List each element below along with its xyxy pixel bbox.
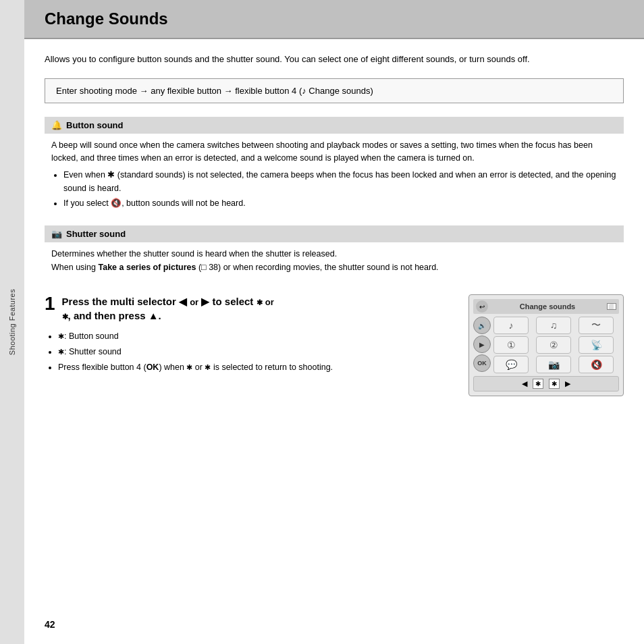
cam-arrow-left: ◀ — [522, 379, 527, 388]
button-sound-section: 🔔 Button sound A beep will sound once wh… — [45, 117, 624, 222]
shutter-sound-header: 📷 Shutter sound — [45, 225, 624, 242]
content-area: Allows you to configure button sounds an… — [24, 39, 644, 612]
cam-play-btn: ▶ — [473, 336, 491, 353]
cam-icon-7: 💬 — [493, 356, 529, 373]
sidebar-label: Shooting Features — [8, 289, 16, 355]
cam-icon-4: ① — [493, 336, 529, 354]
step-bullet-1: ✱: Button sound — [58, 329, 455, 343]
step-bullet-3: Press flexible button 4 (OK) when ✱ or ✱… — [58, 360, 455, 374]
sidebar: Shooting Features — [0, 0, 24, 644]
step-1-section: 1 Press the multi selector ◀ or ▶ to sel… — [45, 294, 624, 396]
intro-text: Allows you to configure button sounds an… — [45, 53, 624, 66]
shutter-sound-body: Determines whether the shutter sound is … — [51, 248, 617, 274]
cam-icon-5: ② — [536, 336, 571, 354]
cam-arrow-right: ▶ — [565, 379, 570, 388]
cam-bottom-bar: ◀ ✱ ✱ ▶ — [473, 376, 619, 392]
shutter-sound-content: Determines whether the shutter sound is … — [45, 248, 624, 284]
button-sound-body: A beep will sound once when the camera s… — [51, 139, 617, 165]
nav-box: Enter shooting mode → any flexible butto… — [45, 78, 624, 103]
cam-ok-btn: OK — [473, 354, 491, 372]
step-left: 1 Press the multi selector ◀ or ▶ to sel… — [45, 294, 455, 396]
button-sound-header: 🔔 Button sound — [45, 117, 624, 134]
camera-diagram: ↩ Change sounds ⬜ 🔊 ▶ OK — [468, 294, 624, 396]
cam-icon-2: ♫ — [536, 317, 571, 334]
page-container: Shooting Features Change Sounds Allows y… — [0, 0, 644, 644]
button-sound-title: Button sound — [66, 120, 123, 130]
step-bullet-2: ✱: Shutter sound — [58, 345, 455, 358]
cam-icon-area: ♪ ♫ 〜 ① ② 📡 💬 📷 🔇 — [493, 317, 619, 373]
button-sound-icon: 🔔 — [51, 120, 62, 130]
button-sound-bullet-1: Even when ✱ (standard sounds) is not sel… — [63, 169, 617, 195]
page-number: 42 — [45, 619, 55, 630]
cam-back-button: ↩ — [476, 300, 488, 313]
cam-icon-9: 🔇 — [579, 356, 614, 373]
step-number: 1 — [45, 294, 55, 313]
step-title: Press the multi selector ◀ or ▶ to selec… — [62, 294, 455, 323]
cam-header: ↩ Change sounds ⬜ — [473, 299, 619, 314]
page-title: Change Sounds — [45, 9, 624, 28]
shutter-sound-icon: 📷 — [51, 229, 62, 239]
shutter-sound-section: 📷 Shutter sound Determines whether the s… — [45, 225, 624, 284]
page-number-area: 42 — [24, 612, 644, 644]
nav-box-text: Enter shooting mode → any flexible butto… — [56, 86, 373, 96]
button-sound-content: A beep will sound once when the camera s… — [45, 139, 624, 222]
cam-icon-6: 📡 — [579, 336, 614, 354]
cam-screen-icon: ⬜ — [607, 303, 616, 310]
cam-speaker-btn: 🔊 — [473, 317, 491, 334]
shutter-sound-title: Shutter sound — [66, 229, 126, 239]
main-content: Change Sounds Allows you to configure bu… — [24, 0, 644, 644]
cam-icon-8: 📷 — [536, 356, 571, 373]
cam-bottom-icon-1: ✱ — [533, 379, 543, 389]
cam-header-title: Change sounds — [520, 302, 576, 311]
shutter-sound-bold: Take a series of pictures — [98, 263, 196, 272]
cam-grid: 🔊 ▶ OK ♪ ♫ 〜 ① ② 📡 — [473, 317, 619, 373]
step-bullets: ✱: Button sound ✱: Shutter sound Press f… — [58, 329, 455, 374]
cam-bottom-icon-2: ✱ — [549, 379, 560, 389]
button-sound-bullets: Even when ✱ (standard sounds) is not sel… — [63, 169, 617, 210]
cam-icon-grid: ♪ ♫ 〜 ① ② 📡 💬 📷 🔇 — [493, 317, 619, 373]
cam-icon-3: 〜 — [579, 317, 614, 334]
title-bar: Change Sounds — [24, 0, 644, 39]
cam-side-buttons: 🔊 ▶ OK — [473, 317, 492, 373]
button-sound-bullet-2: If you select 🔇, button sounds will not … — [63, 197, 617, 210]
cam-icon-1: ♪ — [493, 317, 529, 334]
step-number-row: 1 Press the multi selector ◀ or ▶ to sel… — [45, 294, 455, 323]
